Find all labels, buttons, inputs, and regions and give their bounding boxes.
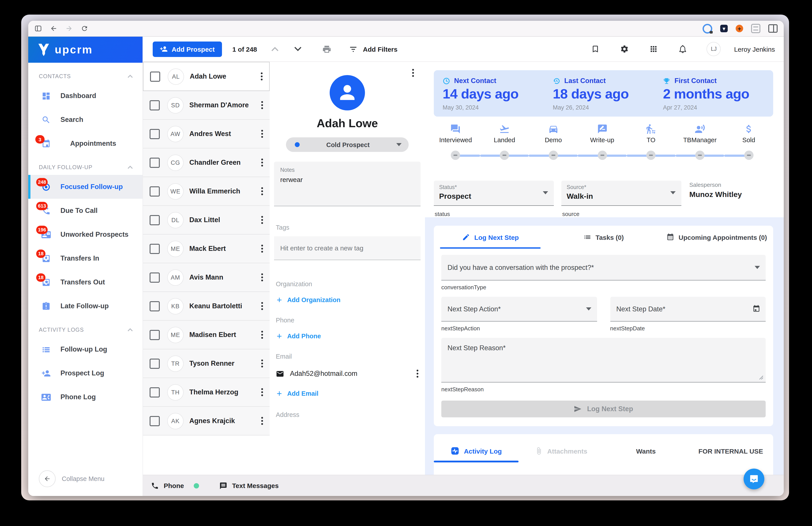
checkbox[interactable] [149, 358, 160, 369]
status-select[interactable]: Status* Prospect status [434, 181, 554, 206]
sidebar-item-prospect-log[interactable]: Prospect Log [28, 361, 143, 385]
pipeline-step-landed[interactable]: Landed [480, 124, 529, 144]
pipeline-step-sold[interactable]: Sold [724, 124, 773, 144]
resize-handle-icon[interactable] [759, 375, 764, 380]
kebab-menu-icon[interactable] [259, 158, 265, 167]
kebab-menu-icon[interactable] [259, 72, 265, 81]
detail-kebab-menu-icon[interactable] [410, 68, 416, 78]
contact-row[interactable]: THThelma Herzog [143, 378, 270, 407]
pipeline-dot[interactable] [724, 151, 773, 160]
sidebar-item-focused-follow-up[interactable]: 248 Focused Follow-up [28, 175, 143, 199]
checkbox[interactable] [149, 186, 160, 196]
forward-icon[interactable] [65, 25, 73, 32]
next-step-date-input[interactable]: Next Step Date* [610, 297, 766, 322]
checkbox[interactable] [149, 301, 160, 311]
checkbox[interactable] [149, 416, 160, 426]
pipeline-step-demo[interactable]: Demo [529, 124, 578, 144]
pipeline-step-tbmanager[interactable]: TBManager [676, 124, 724, 144]
kebab-menu-icon[interactable] [259, 186, 265, 196]
kebab-menu-icon[interactable] [259, 100, 265, 110]
contact-row[interactable]: TRTyson Renner [143, 349, 270, 378]
sidebar-item-due-to-call[interactable]: 613 Due To Call [28, 199, 143, 223]
kebab-menu-icon[interactable] [259, 272, 265, 282]
tab-attachments[interactable]: Attachments [519, 439, 604, 463]
contact-row[interactable]: DLDax Littel [143, 206, 270, 234]
checkbox[interactable] [149, 100, 160, 110]
kebab-menu-icon[interactable] [259, 330, 265, 340]
pipeline-step-interviewed[interactable]: Interviewed [431, 124, 480, 144]
tab-log-next-step[interactable]: Log Next Step [434, 226, 547, 248]
checkbox[interactable] [149, 387, 160, 397]
next-step-reason-textarea[interactable]: Next Step Reason* [441, 338, 766, 382]
pipeline-dot[interactable] [578, 151, 626, 160]
tags-input[interactable]: Hit enter to create a new tag [274, 236, 421, 260]
sidebar-item-phone-log[interactable]: Phone Log [28, 385, 143, 409]
contact-row[interactable]: AWAndres West [143, 120, 270, 148]
pipeline-step-to[interactable]: TO [627, 124, 676, 144]
kebab-menu-icon[interactable] [259, 244, 265, 254]
app-logo[interactable]: upcrm [28, 37, 143, 63]
checkbox[interactable] [149, 330, 160, 340]
kebab-menu-icon[interactable] [259, 215, 265, 225]
add-email-button[interactable]: + Add Email [277, 389, 421, 398]
sidebar-item-follow-up-log[interactable]: Follow-up Log [28, 338, 143, 361]
print-icon[interactable] [322, 44, 332, 54]
next-step-action-select[interactable]: Next Step Action* [441, 297, 597, 322]
add-organization-button[interactable]: + Add Organization [277, 296, 421, 304]
extensions-icon[interactable] [751, 24, 760, 33]
email-row[interactable]: Adah52@hotmail.com [276, 369, 421, 379]
contact-row[interactable]: MEMadisen Ebert [143, 321, 270, 349]
notes-field[interactable]: Notes rerwear [274, 162, 421, 206]
add-prospect-button[interactable]: Add Prospect [153, 41, 222, 57]
kebab-menu-icon[interactable] [259, 129, 265, 139]
sidebar-item-dashboard[interactable]: Dashboard [28, 84, 143, 108]
tab-tasks[interactable]: Tasks (0) [547, 226, 660, 248]
checkbox[interactable] [149, 129, 160, 139]
conversation-select[interactable]: Did you have a conversation with the pro… [441, 255, 766, 281]
sidebar-toggle-icon[interactable] [34, 25, 42, 32]
pipeline-dot[interactable] [676, 151, 724, 160]
sidebar-item-appointments[interactable]: 3 Appointments [28, 132, 143, 155]
contact-row-selected[interactable]: AL Adah Lowe [143, 62, 270, 91]
contact-row[interactable]: WEWilla Emmerich [143, 177, 270, 206]
password-extension-icon[interactable]: ▼ [720, 25, 728, 32]
back-icon[interactable] [50, 25, 57, 32]
contact-row[interactable]: CGChandler Green [143, 148, 270, 177]
pipeline-dot[interactable] [627, 151, 676, 160]
checkbox[interactable] [149, 157, 160, 168]
bell-icon[interactable] [679, 45, 687, 54]
add-phone-button[interactable]: + Add Phone [277, 332, 421, 341]
contact-row[interactable]: AKAgnes Krajcik [143, 407, 270, 436]
source-select[interactable]: Source* Walk-in source [561, 181, 681, 206]
pipeline-step-write-up[interactable]: Write-up [578, 124, 626, 144]
kebab-menu-icon[interactable] [259, 416, 265, 426]
phone-tab[interactable]: Phone [151, 482, 199, 489]
sidebar-item-transfers-in[interactable]: 18 Transfers In [28, 246, 143, 270]
privacy-shield-icon[interactable] [702, 24, 712, 33]
kebab-menu-icon[interactable] [259, 387, 265, 397]
contact-row[interactable]: AMAvis Mann [143, 263, 270, 292]
apps-grid-icon[interactable] [649, 45, 658, 54]
add-filters-button[interactable]: Add Filters [349, 45, 397, 53]
checkbox[interactable] [149, 215, 160, 225]
status-chip[interactable]: Cold Prospect [286, 137, 409, 152]
log-next-step-button[interactable]: Log Next Step [441, 401, 766, 417]
collapse-menu-button[interactable]: Collapse Menu [39, 470, 104, 487]
kebab-menu-icon[interactable] [259, 359, 265, 368]
user-avatar[interactable]: LJ [707, 42, 721, 56]
section-activity-logs[interactable]: ACTIVITY LOGS [28, 323, 143, 338]
sidebar-item-search[interactable]: Search [28, 108, 143, 132]
checkbox[interactable] [149, 272, 160, 282]
tab-wants[interactable]: Wants [604, 439, 688, 463]
contact-row[interactable]: MEMack Ebert [143, 234, 270, 263]
next-record-icon[interactable] [294, 46, 302, 52]
pipeline-dot[interactable] [529, 151, 578, 160]
email-kebab-menu-icon[interactable] [415, 369, 421, 379]
section-daily-follow-up[interactable]: DAILY FOLLOW-UP [28, 160, 143, 175]
tab-upcoming-appointments[interactable]: Upcoming Appointments (0) [660, 226, 773, 248]
previous-record-icon[interactable] [271, 46, 279, 52]
contact-row[interactable]: SDSherman D'Amore [143, 91, 270, 120]
section-contacts[interactable]: CONTACTS [28, 69, 143, 84]
bookmark-icon[interactable] [591, 45, 600, 54]
gear-icon[interactable] [620, 45, 629, 54]
